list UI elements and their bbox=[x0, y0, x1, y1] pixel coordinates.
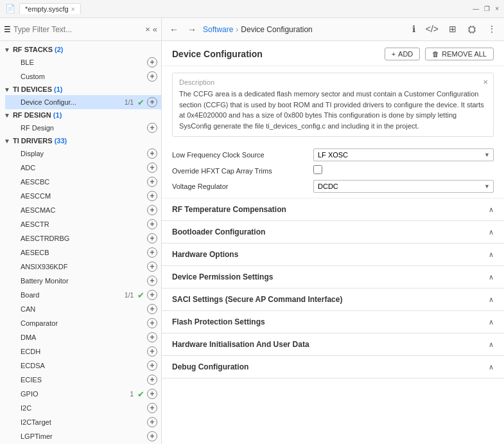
breadcrumb-software[interactable]: Software bbox=[203, 25, 233, 34]
add-ble-button[interactable]: + bbox=[147, 57, 157, 67]
sidebar-item-ble[interactable]: BLE + bbox=[5, 55, 161, 69]
add-can-button[interactable]: + bbox=[147, 304, 157, 314]
sidebar-item-rf-design[interactable]: RF Design + bbox=[5, 121, 161, 135]
sidebar-item-custom[interactable]: Custom + bbox=[5, 69, 161, 84]
sidebar-item-ansix936kdf[interactable]: ANSIX936KDF+ bbox=[5, 260, 161, 274]
add-ecies-button[interactable]: + bbox=[147, 375, 157, 385]
sidebar-item-gpio[interactable]: GPIO1✔+ bbox=[5, 387, 161, 401]
item-label: CAN bbox=[21, 305, 144, 313]
add-comparator-button[interactable]: + bbox=[147, 318, 157, 328]
add-aesecb-button[interactable]: + bbox=[147, 247, 157, 258]
tab-label: *empty.syscfg bbox=[25, 5, 69, 13]
sidebar-item-aesccm[interactable]: AESCCM+ bbox=[5, 189, 161, 203]
section-header-flash-protection[interactable]: Flash Protection Settings ∧ bbox=[162, 311, 504, 333]
add-rf-design-button[interactable]: + bbox=[147, 123, 157, 133]
add-aesccm-button[interactable]: + bbox=[147, 191, 157, 201]
more-button[interactable]: ⋮ bbox=[485, 22, 499, 35]
sidebar-item-battery-monitor[interactable]: Battery Monitor+ bbox=[5, 274, 161, 288]
grid-button[interactable]: ⊞ bbox=[446, 22, 459, 35]
tree-section-header-ti-drivers[interactable]: ▼ TI DRIVERS (33) bbox=[0, 135, 161, 147]
breadcrumb-device-config: Device Configuration bbox=[241, 25, 312, 34]
add-device-config-button[interactable]: + bbox=[147, 97, 157, 107]
tab-close-button[interactable]: × bbox=[71, 6, 75, 13]
sidebar-item-ecdh[interactable]: ECDH+ bbox=[5, 344, 161, 359]
form-row-hfxt: Override HFXT Cap Array Trims bbox=[172, 165, 494, 176]
section-title: RF Temperature Compensation bbox=[172, 205, 286, 214]
tree-section-ti-devices: ▼ TI DEVICES (1) Device Configur... 1/1 … bbox=[0, 84, 161, 109]
item-badge: 1/1 bbox=[125, 292, 134, 299]
add-custom-button[interactable]: + bbox=[147, 71, 157, 82]
add-ecdsa-button[interactable]: + bbox=[147, 360, 157, 371]
add-aescbc-button[interactable]: + bbox=[147, 177, 157, 187]
minimize-button[interactable]: — bbox=[473, 5, 479, 12]
sidebar-item-can[interactable]: CAN+ bbox=[5, 302, 161, 316]
sidebar-toolbar: ☰ × « bbox=[0, 18, 161, 41]
sidebar-item-i2ctarget[interactable]: I2CTarget+ bbox=[5, 415, 161, 429]
add-button[interactable]: + ADD bbox=[385, 48, 421, 60]
clock-source-select[interactable]: LF XOSC LF RCOSC External bbox=[313, 148, 494, 161]
tree-section-header-rf-design[interactable]: ▼ RF DESIGN (1) bbox=[0, 109, 161, 121]
item-label: BLE bbox=[21, 58, 144, 66]
close-button[interactable]: × bbox=[495, 5, 499, 12]
sidebar-collapse-button[interactable]: « bbox=[153, 24, 157, 34]
chip-button[interactable] bbox=[464, 22, 480, 36]
section-title: Hardware Options bbox=[172, 250, 238, 259]
status-icon: ✔ bbox=[137, 389, 144, 399]
add-ecdh-button[interactable]: + bbox=[147, 346, 157, 357]
sidebar-item-adc[interactable]: ADC+ bbox=[5, 161, 161, 175]
section-header-rf-temp[interactable]: RF Temperature Compensation ∧ bbox=[162, 199, 504, 220]
description-close-button[interactable]: × bbox=[483, 77, 488, 87]
tree-section-header-ti-devices[interactable]: ▼ TI DEVICES (1) bbox=[0, 84, 161, 95]
sidebar-item-lgptimer[interactable]: LGPTimer+ bbox=[5, 429, 161, 443]
add-gpio-button[interactable]: + bbox=[147, 389, 157, 399]
item-label: DMA bbox=[21, 333, 144, 341]
filter-clear-button[interactable]: × bbox=[145, 24, 150, 34]
code-button[interactable]: </> bbox=[423, 22, 441, 35]
remove-all-button[interactable]: 🗑 REMOVE ALL bbox=[425, 48, 494, 60]
sidebar-item-aesecb[interactable]: AESECB+ bbox=[5, 245, 161, 260]
section-header-hardware-init[interactable]: Hardware Initialisation And User Data ∧ bbox=[162, 333, 504, 355]
hfxt-checkbox[interactable] bbox=[313, 165, 322, 174]
add-i2ctarget-button[interactable]: + bbox=[147, 417, 157, 427]
add-aesctrdrbg-button[interactable]: + bbox=[147, 233, 157, 244]
sidebar-item-ecies[interactable]: ECIES+ bbox=[5, 373, 161, 387]
sidebar-item-display[interactable]: Display+ bbox=[5, 147, 161, 161]
sidebar-item-aesctr[interactable]: AESCTR+ bbox=[5, 217, 161, 231]
add-ansix936kdf-button[interactable]: + bbox=[147, 262, 157, 272]
sidebar-item-aesctrdrbg[interactable]: AESCTRDRBG+ bbox=[5, 231, 161, 245]
add-adc-button[interactable]: + bbox=[147, 163, 157, 173]
add-dma-button[interactable]: + bbox=[147, 332, 157, 342]
add-aescmac-button[interactable]: + bbox=[147, 205, 157, 215]
sidebar-item-board[interactable]: Board1/1✔+ bbox=[5, 288, 161, 302]
sidebar-item-dma[interactable]: DMA+ bbox=[5, 330, 161, 344]
sidebar-item-comparator[interactable]: Comparator+ bbox=[5, 316, 161, 330]
panel-header: Device Configuration + ADD 🗑 REMOVE ALL bbox=[162, 41, 504, 66]
add-aesctr-button[interactable]: + bbox=[147, 219, 157, 229]
maximize-button[interactable]: ❐ bbox=[484, 5, 490, 12]
add-board-button[interactable]: + bbox=[147, 290, 157, 300]
info-button[interactable]: ℹ bbox=[410, 22, 418, 35]
add-lgptimer-button[interactable]: + bbox=[147, 431, 157, 441]
section-saci-settings: SACI Settings (Secure AP Command Interfa… bbox=[162, 289, 504, 311]
sidebar-item-device-config[interactable]: Device Configur... 1/1 ✔ + bbox=[5, 95, 161, 109]
sidebar-item-aescbc[interactable]: AESCBC+ bbox=[5, 175, 161, 189]
section-header-device-permission[interactable]: Device Permission Settings ∧ bbox=[162, 266, 504, 288]
file-tab[interactable]: *empty.syscfg × bbox=[19, 3, 81, 14]
add-display-button[interactable]: + bbox=[147, 148, 157, 159]
sidebar-item-i2c[interactable]: I2C+ bbox=[5, 401, 161, 415]
sidebar-item-aescmac[interactable]: AESCMAC+ bbox=[5, 203, 161, 217]
sidebar-item-ecdsa[interactable]: ECDSA+ bbox=[5, 359, 161, 373]
chevron-up-icon: ∧ bbox=[489, 273, 494, 281]
add-i2c-button[interactable]: + bbox=[147, 403, 157, 413]
filter-input[interactable] bbox=[13, 25, 143, 34]
voltage-select[interactable]: DCDC GLDO PMUD bbox=[313, 180, 494, 193]
tree-section-header-rf-stacks[interactable]: ▼ RF STACKS (2) bbox=[0, 44, 161, 55]
add-battery-monitor-button[interactable]: + bbox=[147, 276, 157, 286]
section-header-bootloader[interactable]: Bootloader Configuration ∧ bbox=[162, 221, 504, 243]
section-header-saci-settings[interactable]: SACI Settings (Secure AP Command Interfa… bbox=[162, 289, 504, 310]
section-header-hardware-options[interactable]: Hardware Options ∧ bbox=[162, 244, 504, 265]
section-header-debug-config[interactable]: Debug Configuration ∧ bbox=[162, 356, 504, 378]
item-label: Custom bbox=[21, 73, 144, 80]
forward-button[interactable]: → bbox=[185, 23, 199, 36]
back-button[interactable]: ← bbox=[167, 23, 181, 36]
